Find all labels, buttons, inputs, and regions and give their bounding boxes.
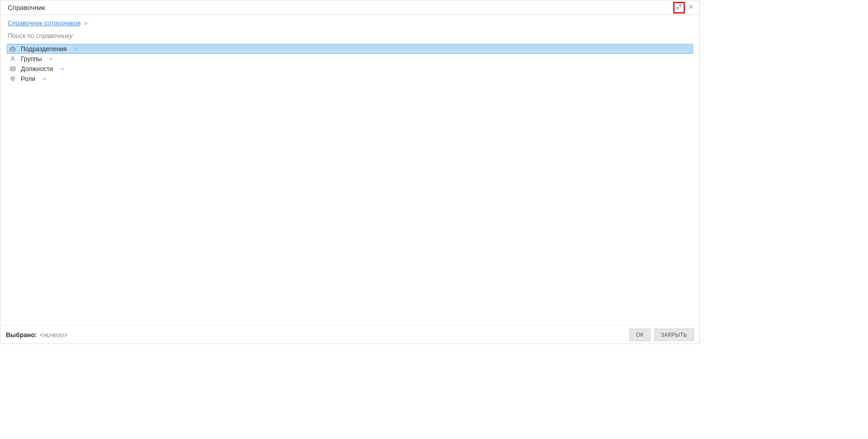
list-item-positions[interactable]: Должности xyxy=(7,64,693,74)
briefcase-icon xyxy=(9,45,16,52)
shield-icon xyxy=(9,75,16,82)
arrow-right-icon xyxy=(72,46,79,52)
close-icon xyxy=(688,4,694,11)
selected-value: <ничего> xyxy=(40,331,67,339)
list-item-label: Группы xyxy=(21,55,42,62)
svg-point-5 xyxy=(13,78,14,78)
dialog-title: Справочник xyxy=(8,4,673,11)
close-button[interactable] xyxy=(686,3,696,13)
search-input[interactable] xyxy=(8,30,692,41)
directory-dialog: Справочник Справочник сот xyxy=(0,0,700,344)
list-item-roles[interactable]: Роли xyxy=(7,74,693,84)
selected-label: Выбрано: xyxy=(6,331,37,339)
ok-button[interactable]: ок xyxy=(629,329,651,341)
dialog-header: Справочник xyxy=(0,0,699,15)
breadcrumb: Справочник сотрудников > xyxy=(0,15,699,30)
list-item-label: Подразделения xyxy=(21,45,67,52)
svg-point-1 xyxy=(12,57,14,59)
search-row xyxy=(0,30,699,44)
list-item-groups[interactable]: Группы xyxy=(7,54,693,64)
arrow-right-icon xyxy=(58,66,65,72)
dialog-footer: Выбрано: <ничего> ок закрыть xyxy=(0,325,699,344)
minimize-button[interactable] xyxy=(673,2,685,14)
svg-rect-0 xyxy=(10,48,15,51)
svg-point-4 xyxy=(12,78,12,78)
collapse-icon xyxy=(675,3,683,12)
list-item-departments[interactable]: Подразделения xyxy=(7,44,693,54)
user-icon xyxy=(9,55,16,62)
breadcrumb-separator: > xyxy=(84,20,87,27)
dialog-body: Справочник сотрудников > Подразделения xyxy=(0,15,699,325)
id-card-icon xyxy=(9,65,16,72)
breadcrumb-link-employees-directory[interactable]: Справочник сотрудников xyxy=(8,19,80,27)
list-item-label: Должности xyxy=(21,65,53,72)
arrow-right-icon xyxy=(41,76,47,82)
header-controls xyxy=(673,2,696,14)
close-footer-button[interactable]: закрыть xyxy=(654,329,694,341)
svg-point-3 xyxy=(11,68,12,69)
directory-list: Подразделения Группы xyxy=(0,44,699,84)
list-item-label: Роли xyxy=(21,75,35,82)
arrow-right-icon xyxy=(47,56,54,62)
